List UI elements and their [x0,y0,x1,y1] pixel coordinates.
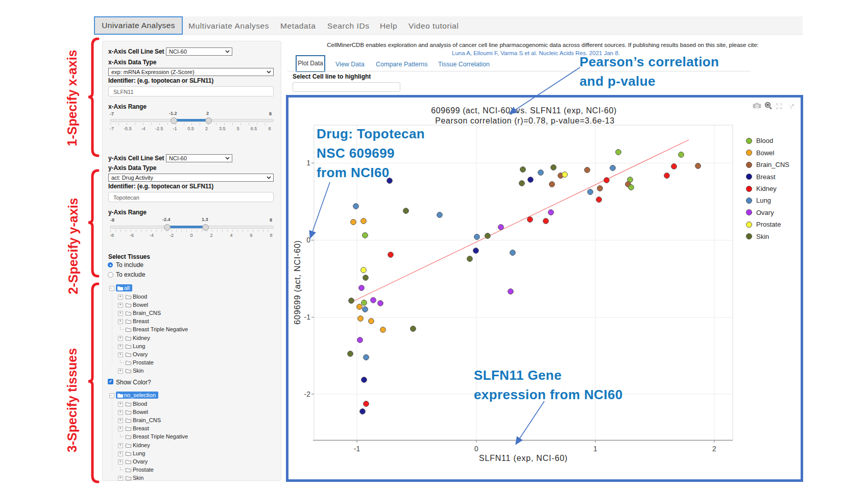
svg-text:from NCI60: from NCI60 [317,165,390,180]
svg-text:expression from NCI60: expression from NCI60 [474,387,623,402]
svg-text:Bowel: Bowel [756,149,775,157]
svg-text:2: 2 [712,445,716,453]
svg-text:1: 1 [593,445,597,453]
svg-text:0: 0 [474,445,478,453]
svg-text:-1: -1 [304,313,311,321]
svg-text:Blood: Blood [756,137,773,144]
svg-text:609699 (act, NCI-60): 609699 (act, NCI-60) [293,240,302,324]
svg-text:3-Specify tissues: 3-Specify tissues [65,348,79,452]
svg-text:Brain_CNS: Brain_CNS [756,161,789,168]
svg-text:SLFN11 (exp, NCI-60): SLFN11 (exp, NCI-60) [479,454,568,462]
svg-text:and p-value: and p-value [580,74,656,89]
svg-text:-1: -1 [354,445,360,453]
svg-text:1: 1 [306,159,310,167]
svg-text:Skin: Skin [756,233,769,240]
svg-text:2-Specify y-axis: 2-Specify y-axis [66,198,80,295]
svg-text:Lung: Lung [756,197,771,204]
svg-text:Drug: Topotecan: Drug: Topotecan [317,126,425,141]
svg-text:-2: -2 [304,390,311,398]
svg-text:609699 (act, NCI-60) vs. SLFN1: 609699 (act, NCI-60) vs. SLFN11 (exp, NC… [431,106,617,115]
svg-text:Prostate: Prostate [756,221,781,228]
svg-text:Breast: Breast [756,173,776,181]
svg-text:Pearson’s correlation: Pearson’s correlation [580,54,719,69]
svg-text:SLFN11 Gene: SLFN11 Gene [474,368,562,383]
svg-text:0: 0 [306,236,310,244]
svg-text:Pearson correlation (r)=0.78,: Pearson correlation (r)=0.78, p-value=3.… [435,116,615,125]
svg-text:Ovary: Ovary [756,209,774,216]
svg-text:Kidney: Kidney [756,185,777,192]
svg-text:NSC 609699: NSC 609699 [317,145,395,161]
svg-text:1-Specify x-axis: 1-Specify x-axis [65,50,79,147]
